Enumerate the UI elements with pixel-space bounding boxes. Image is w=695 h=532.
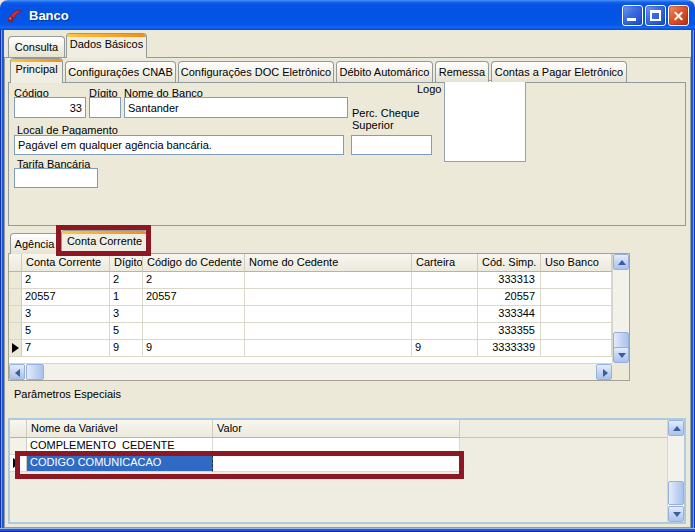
subtab-remessa[interactable]: Remessa <box>435 61 489 82</box>
col-header-carteira[interactable]: Carteira <box>412 254 478 272</box>
params-vertical-scrollbar[interactable] <box>667 420 684 522</box>
grid-header-row: Conta Corrente Dígito Código do Cedente … <box>9 254 612 272</box>
table-row[interactable]: 3 3 333344 <box>9 306 612 323</box>
scroll-down-button[interactable] <box>613 347 629 363</box>
scroll-up-button[interactable] <box>613 254 629 270</box>
tab-dados-basicos[interactable]: Dados Básicos <box>66 33 147 58</box>
local-pagamento-field[interactable] <box>14 135 344 155</box>
perc-cheque-label: Perc. Cheque Superior <box>352 107 419 131</box>
arrow-down-icon <box>673 512 681 517</box>
minimize-icon <box>627 18 636 21</box>
col-header-codigo-cedente[interactable]: Código do Cedente <box>143 254 245 272</box>
grid-horizontal-scrollbar[interactable] <box>9 363 612 380</box>
arrow-right-icon <box>603 369 608 377</box>
logo-image-box <box>444 80 526 162</box>
app-icon <box>6 6 24 24</box>
codigo-field[interactable] <box>14 97 86 118</box>
table-row[interactable]: 2 2 2 333313 <box>9 272 612 289</box>
arrow-up-icon <box>618 260 626 265</box>
scroll-up-button[interactable] <box>668 420 684 436</box>
annotation-conta-corrente-tab <box>56 225 151 256</box>
nome-banco-field[interactable] <box>124 97 348 118</box>
title-bar[interactable]: Banco <box>0 0 695 30</box>
subtab-contas-a-pagar-eletronico[interactable]: Contas a Pagar Eletrônico <box>491 61 627 82</box>
col-header-nome-cedente[interactable]: Nome do Cedente <box>245 254 412 272</box>
subtab-configuracoes-doc-eletronico[interactable]: Configurações DOC Eletrônico <box>178 61 334 82</box>
arrow-left-icon <box>15 369 20 377</box>
window-border-bottom <box>0 528 695 532</box>
banco-window: Banco Consulta Dados Básicos Principal C… <box>0 0 695 532</box>
window-border-right <box>691 30 695 532</box>
col-header-digito[interactable]: Dígito <box>110 254 143 272</box>
logo-label: Logo <box>417 83 441 95</box>
arrow-up-icon <box>673 426 681 431</box>
maximize-button[interactable] <box>645 5 666 26</box>
annotation-codigo-comunicacao-row <box>15 451 464 479</box>
table-row-current[interactable]: 7 9 9 9 3333339 <box>9 340 612 357</box>
parametros-especiais-label: Parâmetros Especiais <box>14 388 121 400</box>
tab-agencia[interactable]: Agência <box>10 233 59 254</box>
client-area: Consulta Dados Básicos Principal Configu… <box>4 30 691 528</box>
vertical-scroll-thumb[interactable] <box>668 481 684 505</box>
scroll-down-button[interactable] <box>668 506 684 522</box>
scroll-right-button[interactable] <box>596 364 612 380</box>
col-header-nome-variavel[interactable]: Nome da Variável <box>27 420 213 438</box>
arrow-down-icon <box>618 353 626 358</box>
subtab-configuracoes-cnab[interactable]: Configurações CNAB <box>65 61 176 82</box>
subtab-principal[interactable]: Principal <box>10 58 63 83</box>
table-row[interactable]: 5 5 333355 <box>9 323 612 340</box>
maximize-icon <box>650 10 661 21</box>
scroll-left-button[interactable] <box>9 364 25 380</box>
table-row[interactable]: 20557 1 20557 20557 <box>9 289 612 306</box>
col-header-cod-simp[interactable]: Cód. Simp. <box>478 254 541 272</box>
params-header-row: Nome da Variável Valor <box>10 420 667 438</box>
window-title: Banco <box>29 8 622 23</box>
subtab-debito-automatico[interactable]: Débito Automárico <box>336 61 433 82</box>
perc-cheque-field[interactable] <box>351 135 432 155</box>
conta-corrente-grid: Conta Corrente Dígito Código do Cedente … <box>8 253 630 381</box>
grid-vertical-scrollbar[interactable] <box>612 254 629 363</box>
close-button[interactable] <box>668 5 689 26</box>
tab-consulta[interactable]: Consulta <box>8 36 65 57</box>
minimize-button[interactable] <box>622 5 643 26</box>
digito-field[interactable] <box>89 97 121 118</box>
col-header-valor[interactable]: Valor <box>213 420 460 438</box>
horizontal-scroll-thumb[interactable] <box>26 364 44 380</box>
col-header-uso-banco[interactable]: Uso Banco <box>541 254 612 272</box>
tarifa-bancaria-field[interactable] <box>14 168 98 188</box>
scrollbar-corner <box>612 363 629 380</box>
current-row-indicator-icon <box>12 343 19 353</box>
col-header-conta-corrente[interactable]: Conta Corrente <box>22 254 110 272</box>
